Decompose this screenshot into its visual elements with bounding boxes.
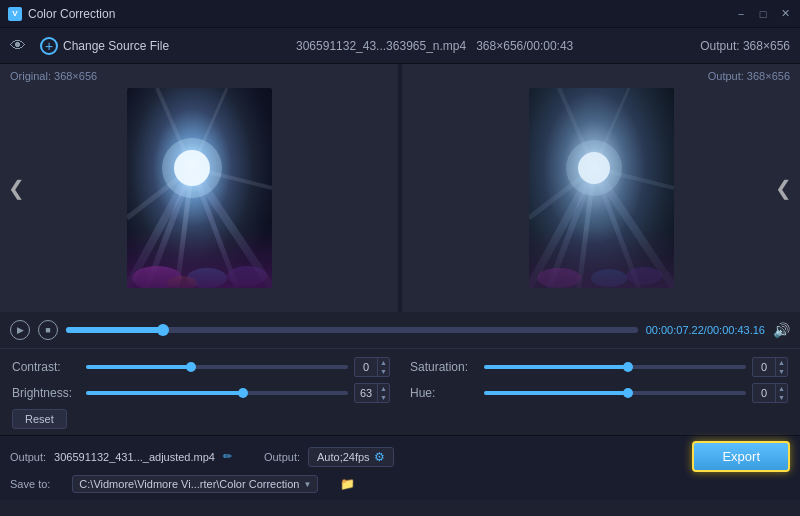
contrast-slider[interactable]: [86, 365, 348, 369]
output-preview-panel: Output: 368×656 ❮: [402, 64, 800, 312]
output-video-thumb: [529, 88, 674, 288]
reset-button[interactable]: Reset: [12, 409, 67, 429]
hue-control: Hue: 0 ▲ ▼: [410, 383, 788, 403]
contrast-value-box: 0 ▲ ▼: [354, 357, 390, 377]
saturation-slider[interactable]: [484, 365, 746, 369]
controls-area: Contrast: 0 ▲ ▼ Saturation: 0: [0, 348, 800, 435]
play-button[interactable]: ▶: [10, 320, 30, 340]
time-display: 00:00:07.22/00:00:43.16: [646, 324, 765, 336]
next-frame-button[interactable]: ❮: [775, 176, 792, 200]
brightness-label: Brightness:: [12, 386, 80, 400]
brightness-value-box: 63 ▲ ▼: [354, 383, 390, 403]
svg-point-10: [162, 138, 222, 198]
svg-point-25: [566, 140, 622, 196]
saturation-arrows: ▲ ▼: [775, 358, 787, 376]
preview-area: Original: 368×656 ❮: [0, 64, 800, 312]
saturation-thumb[interactable]: [623, 362, 633, 372]
output-info: Output: 368×656: [700, 39, 790, 53]
brightness-control: Brightness: 63 ▲ ▼: [12, 383, 390, 403]
saturation-value-box: 0 ▲ ▼: [752, 357, 788, 377]
output-filename: 306591132_431..._adjusted.mp4: [54, 451, 215, 463]
saveto-path-button[interactable]: C:\Vidmore\Vidmore Vi...rter\Color Corre…: [72, 475, 318, 493]
close-button[interactable]: ✕: [778, 7, 792, 21]
saveto-row: Save to: C:\Vidmore\Vidmore Vi...rter\Co…: [10, 475, 790, 493]
controls-grid: Contrast: 0 ▲ ▼ Saturation: 0: [12, 357, 788, 403]
original-preview-panel: Original: 368×656 ❮: [0, 64, 398, 312]
brightness-slider[interactable]: [86, 391, 348, 395]
hue-value-box: 0 ▲ ▼: [752, 383, 788, 403]
contrast-up-arrow[interactable]: ▲: [378, 358, 389, 367]
contrast-control: Contrast: 0 ▲ ▼: [12, 357, 390, 377]
window-title: Color Correction: [28, 7, 734, 21]
hue-slider[interactable]: [484, 391, 746, 395]
hue-value: 0: [753, 386, 775, 400]
hue-thumb[interactable]: [623, 388, 633, 398]
output-format-text: Auto;24fps: [317, 451, 370, 463]
file-info: 306591132_43...363965_n.mp4 368×656/00:0…: [183, 39, 686, 53]
saturation-fill: [484, 365, 628, 369]
title-bar: V Color Correction − □ ✕: [0, 0, 800, 28]
saturation-control: Saturation: 0 ▲ ▼: [410, 357, 788, 377]
output-row: Output: 306591132_431..._adjusted.mp4 ✏ …: [10, 441, 790, 472]
hue-down-arrow[interactable]: ▼: [776, 393, 787, 402]
minimize-button[interactable]: −: [734, 7, 748, 21]
brightness-thumb[interactable]: [238, 388, 248, 398]
change-source-button[interactable]: + Change Source File: [40, 37, 169, 55]
original-video-thumb: [127, 88, 272, 288]
folder-icon[interactable]: 📁: [340, 477, 355, 491]
contrast-label: Contrast:: [12, 360, 80, 374]
hue-label: Hue:: [410, 386, 478, 400]
contrast-down-arrow[interactable]: ▼: [378, 367, 389, 376]
contrast-value: 0: [355, 360, 377, 374]
app-icon: V: [8, 7, 22, 21]
timeline-thumb[interactable]: [157, 324, 169, 336]
brightness-up-arrow[interactable]: ▲: [378, 384, 389, 393]
output-format-label-static: Output:: [264, 451, 300, 463]
brightness-down-arrow[interactable]: ▼: [378, 393, 389, 402]
saturation-label: Saturation:: [410, 360, 478, 374]
toolbar: 👁 + Change Source File 306591132_43...36…: [0, 28, 800, 64]
export-button[interactable]: Export: [692, 441, 790, 472]
eye-icon[interactable]: 👁: [10, 37, 26, 55]
timeline-slider[interactable]: [66, 327, 638, 333]
bottom-lights-left: [127, 228, 272, 288]
saturation-value: 0: [753, 360, 775, 374]
brightness-value: 63: [355, 386, 377, 400]
change-source-label: Change Source File: [63, 39, 169, 53]
stop-button[interactable]: ■: [38, 320, 58, 340]
saturation-down-arrow[interactable]: ▼: [776, 367, 787, 376]
saveto-label: Save to:: [10, 478, 50, 490]
saveto-path-text: C:\Vidmore\Vidmore Vi...rter\Color Corre…: [79, 478, 299, 490]
contrast-fill: [86, 365, 191, 369]
output-label: Output:: [10, 451, 46, 463]
hue-up-arrow[interactable]: ▲: [776, 384, 787, 393]
brightness-arrows: ▲ ▼: [377, 384, 389, 402]
volume-icon[interactable]: 🔊: [773, 322, 790, 338]
maximize-button[interactable]: □: [756, 7, 770, 21]
plus-circle-icon: +: [40, 37, 58, 55]
edit-filename-icon[interactable]: ✏: [223, 450, 232, 463]
timeline-fill: [66, 327, 163, 333]
bottom-lights-right: [529, 228, 674, 288]
output-label: Output: 368×656: [708, 70, 790, 82]
window-controls: − □ ✕: [734, 7, 792, 21]
original-label: Original: 368×656: [10, 70, 97, 82]
contrast-arrows: ▲ ▼: [377, 358, 389, 376]
hue-arrows: ▲ ▼: [775, 384, 787, 402]
output-format-button[interactable]: Auto;24fps ⚙: [308, 447, 394, 467]
saturation-up-arrow[interactable]: ▲: [776, 358, 787, 367]
contrast-thumb[interactable]: [186, 362, 196, 372]
bottom-bar: Output: 306591132_431..._adjusted.mp4 ✏ …: [0, 435, 800, 500]
brightness-fill: [86, 391, 243, 395]
hue-fill: [484, 391, 628, 395]
dropdown-arrow-icon: ▼: [303, 480, 311, 489]
playback-bar: ▶ ■ 00:00:07.22/00:00:43.16 🔊: [0, 312, 800, 348]
gear-icon: ⚙: [374, 450, 385, 464]
prev-frame-button[interactable]: ❮: [8, 176, 25, 200]
